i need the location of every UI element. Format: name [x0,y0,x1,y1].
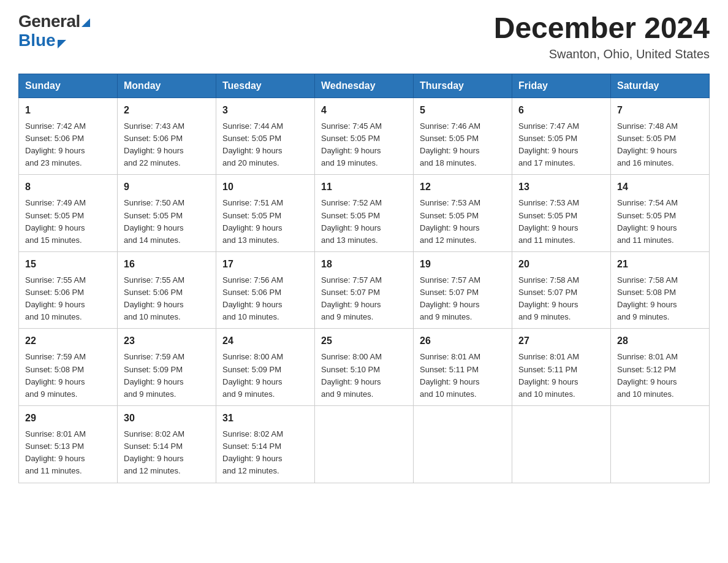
day-info: Sunrise: 7:53 AMSunset: 5:05 PMDaylight:… [518,197,604,247]
day-info: Sunrise: 7:55 AMSunset: 5:06 PMDaylight:… [124,274,210,324]
calendar-cell: 3Sunrise: 7:44 AMSunset: 5:05 PMDaylight… [216,98,315,175]
calendar-cell [414,406,512,483]
day-info: Sunrise: 7:58 AMSunset: 5:07 PMDaylight:… [518,274,604,324]
logo-corner-icon [82,18,90,27]
month-title: December 2024 [494,12,710,45]
calendar-cell: 22Sunrise: 7:59 AMSunset: 5:08 PMDayligh… [19,329,118,406]
day-number: 22 [25,334,111,348]
day-info: Sunrise: 7:52 AMSunset: 5:05 PMDaylight:… [321,197,407,247]
calendar-week-4: 22Sunrise: 7:59 AMSunset: 5:08 PMDayligh… [19,329,710,406]
day-info: Sunrise: 7:57 AMSunset: 5:07 PMDaylight:… [420,274,506,324]
day-info: Sunrise: 7:59 AMSunset: 5:08 PMDaylight:… [25,351,111,400]
day-number: 8 [25,180,111,194]
day-info: Sunrise: 7:46 AMSunset: 5:05 PMDaylight:… [420,120,506,170]
day-number: 31 [222,411,308,426]
calendar-cell: 20Sunrise: 7:58 AMSunset: 5:07 PMDayligh… [512,251,611,329]
calendar-cell [512,406,611,483]
column-header-monday: Monday [118,74,216,98]
day-number: 30 [124,411,210,426]
day-number: 13 [518,180,604,194]
day-number: 7 [617,103,703,118]
day-number: 18 [321,257,407,272]
calendar-header-row: SundayMondayTuesdayWednesdayThursdayFrid… [19,74,710,98]
calendar-week-1: 1Sunrise: 7:42 AMSunset: 5:06 PMDaylight… [19,98,710,175]
logo-general-line: General [18,12,90,31]
day-number: 3 [222,103,308,118]
day-info: Sunrise: 7:56 AMSunset: 5:06 PMDaylight:… [222,274,308,324]
calendar-cell: 21Sunrise: 7:58 AMSunset: 5:08 PMDayligh… [611,251,710,329]
day-info: Sunrise: 7:54 AMSunset: 5:05 PMDaylight:… [617,197,703,247]
day-number: 23 [124,334,210,348]
day-number: 26 [420,334,506,348]
day-info: Sunrise: 8:02 AMSunset: 5:14 PMDaylight:… [124,428,210,478]
column-header-sunday: Sunday [19,74,118,98]
day-number: 4 [321,103,407,118]
day-info: Sunrise: 8:01 AMSunset: 5:11 PMDaylight:… [518,351,604,400]
day-number: 21 [617,257,703,272]
calendar-cell: 4Sunrise: 7:45 AMSunset: 5:05 PMDaylight… [315,98,414,175]
day-info: Sunrise: 7:45 AMSunset: 5:05 PMDaylight:… [321,120,407,170]
page-header: General Blue December 2024 Swanton, Ohio… [18,12,710,61]
location-subtitle: Swanton, Ohio, United States [494,47,710,61]
day-info: Sunrise: 7:42 AMSunset: 5:06 PMDaylight:… [25,120,111,170]
calendar-cell: 16Sunrise: 7:55 AMSunset: 5:06 PMDayligh… [118,251,216,329]
logo: General Blue [18,12,90,50]
day-info: Sunrise: 7:51 AMSunset: 5:05 PMDaylight:… [222,197,308,247]
day-number: 12 [420,180,506,194]
calendar-week-2: 8Sunrise: 7:49 AMSunset: 5:05 PMDaylight… [19,175,710,252]
calendar-cell: 29Sunrise: 8:01 AMSunset: 5:13 PMDayligh… [19,406,118,483]
calendar-cell: 6Sunrise: 7:47 AMSunset: 5:05 PMDaylight… [512,98,611,175]
calendar-cell: 18Sunrise: 7:57 AMSunset: 5:07 PMDayligh… [315,251,414,329]
calendar-cell: 11Sunrise: 7:52 AMSunset: 5:05 PMDayligh… [315,175,414,252]
calendar-cell: 17Sunrise: 7:56 AMSunset: 5:06 PMDayligh… [216,251,315,329]
day-number: 6 [518,103,604,118]
logo-text-block: General Blue [18,12,90,50]
day-info: Sunrise: 8:01 AMSunset: 5:12 PMDaylight:… [617,351,703,400]
calendar-cell: 31Sunrise: 8:02 AMSunset: 5:14 PMDayligh… [216,406,315,483]
day-info: Sunrise: 7:59 AMSunset: 5:09 PMDaylight:… [124,351,210,400]
day-number: 25 [321,334,407,348]
calendar-cell: 1Sunrise: 7:42 AMSunset: 5:06 PMDaylight… [19,98,118,175]
day-number: 11 [321,180,407,194]
day-info: Sunrise: 8:00 AMSunset: 5:10 PMDaylight:… [321,351,407,400]
calendar-cell: 12Sunrise: 7:53 AMSunset: 5:05 PMDayligh… [414,175,512,252]
day-info: Sunrise: 8:01 AMSunset: 5:11 PMDaylight:… [420,351,506,400]
calendar-cell: 23Sunrise: 7:59 AMSunset: 5:09 PMDayligh… [118,329,216,406]
calendar-cell: 14Sunrise: 7:54 AMSunset: 5:05 PMDayligh… [611,175,710,252]
logo-blue-word: Blue [18,31,56,50]
logo-blue-line: Blue [18,31,90,50]
day-number: 9 [124,180,210,194]
day-info: Sunrise: 7:48 AMSunset: 5:05 PMDaylight:… [617,120,703,170]
logo-arrow-icon [58,40,66,48]
day-info: Sunrise: 7:47 AMSunset: 5:05 PMDaylight:… [518,120,604,170]
calendar-cell: 8Sunrise: 7:49 AMSunset: 5:05 PMDaylight… [19,175,118,252]
calendar-week-3: 15Sunrise: 7:55 AMSunset: 5:06 PMDayligh… [19,251,710,329]
calendar-cell: 13Sunrise: 7:53 AMSunset: 5:05 PMDayligh… [512,175,611,252]
column-header-friday: Friday [512,74,611,98]
day-number: 2 [124,103,210,118]
day-number: 24 [222,334,308,348]
calendar-cell: 15Sunrise: 7:55 AMSunset: 5:06 PMDayligh… [19,251,118,329]
day-info: Sunrise: 8:01 AMSunset: 5:13 PMDaylight:… [25,428,111,478]
column-header-thursday: Thursday [414,74,512,98]
day-info: Sunrise: 7:43 AMSunset: 5:06 PMDaylight:… [124,120,210,170]
calendar-cell [315,406,414,483]
day-info: Sunrise: 7:53 AMSunset: 5:05 PMDaylight:… [420,197,506,247]
title-block: December 2024 Swanton, Ohio, United Stat… [494,12,710,61]
day-info: Sunrise: 8:02 AMSunset: 5:14 PMDaylight:… [222,428,308,478]
calendar-cell: 25Sunrise: 8:00 AMSunset: 5:10 PMDayligh… [315,329,414,406]
calendar-cell: 30Sunrise: 8:02 AMSunset: 5:14 PMDayligh… [118,406,216,483]
column-header-saturday: Saturday [611,74,710,98]
day-number: 17 [222,257,308,272]
day-info: Sunrise: 7:55 AMSunset: 5:06 PMDaylight:… [25,274,111,324]
day-number: 15 [25,257,111,272]
day-number: 16 [124,257,210,272]
calendar-cell: 2Sunrise: 7:43 AMSunset: 5:06 PMDaylight… [118,98,216,175]
day-number: 20 [518,257,604,272]
day-number: 29 [25,411,111,426]
calendar-cell: 19Sunrise: 7:57 AMSunset: 5:07 PMDayligh… [414,251,512,329]
day-info: Sunrise: 7:50 AMSunset: 5:05 PMDaylight:… [124,197,210,247]
day-info: Sunrise: 7:58 AMSunset: 5:08 PMDaylight:… [617,274,703,324]
calendar-cell: 27Sunrise: 8:01 AMSunset: 5:11 PMDayligh… [512,329,611,406]
calendar-cell: 9Sunrise: 7:50 AMSunset: 5:05 PMDaylight… [118,175,216,252]
